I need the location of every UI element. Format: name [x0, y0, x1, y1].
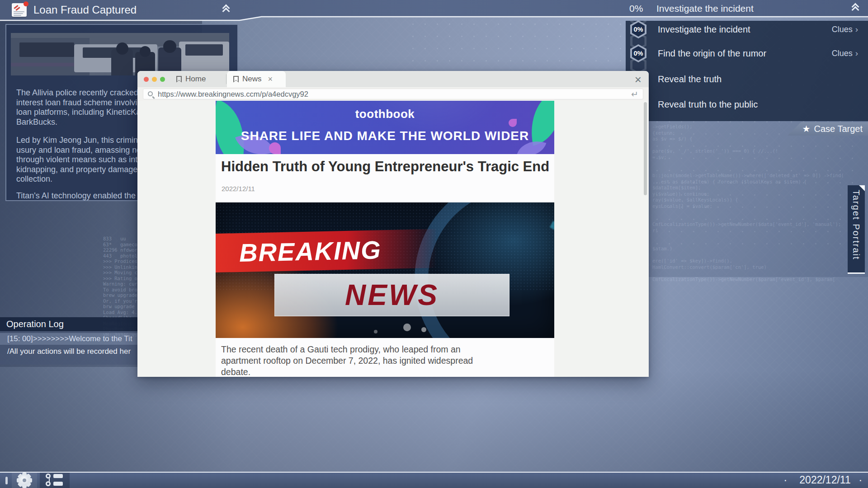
tab-home[interactable]: Home	[170, 71, 226, 87]
browser-window: Home News × × https://www.breakingnews.c…	[137, 71, 649, 377]
browser-content: toothbook SHARE LIFE AND MAKE THE WORLD …	[137, 101, 649, 377]
url-input[interactable]: https://www.breakingnews.ccm/p/a4edcvgy9…	[143, 89, 643, 99]
task-log-icon	[46, 474, 64, 487]
main-task-progress: 0%	[629, 0, 643, 17]
task-item-investigate[interactable]: Investigate the incident	[658, 23, 750, 35]
window-close-traffic-light[interactable]	[144, 77, 149, 82]
news-ticker-title: Loan Fraud Captured	[33, 0, 137, 20]
chevron-right-icon: ›	[855, 24, 858, 34]
chevron-right-icon: ›	[855, 48, 858, 58]
task-progress-badge: 0%	[630, 21, 646, 38]
toothbook-banner: toothbook SHARE LIFE AND MAKE THE WORLD …	[216, 101, 554, 154]
task-item-reveal-truth[interactable]: Reveal the truth	[658, 73, 722, 85]
banner-slogan: SHARE LIFE AND MAKE THE WORLD WIDER	[216, 129, 554, 143]
article-body: The recent death of a Gauti tech prodigy…	[221, 344, 492, 377]
game-desktop: ->getFields(); {return; as $v => $/) { p…	[0, 0, 868, 488]
date-dot-left: ·	[783, 473, 788, 488]
collapse-tasks-chevron-icon[interactable]	[851, 4, 862, 13]
date-dot-right: ·	[859, 473, 863, 488]
dock: <SQL> Hi	[0, 422, 868, 454]
task-log-button[interactable]	[40, 473, 70, 488]
task-item-find-origin[interactable]: Find the origin of the rumor	[658, 47, 766, 59]
browser-tab-bar: Home News × ×	[137, 71, 649, 87]
task-item-reveal-public[interactable]: Reveal truth to the public	[658, 99, 758, 110]
toothbook-logo: toothbook	[216, 107, 554, 121]
task-list-panel: 0% 0% Investigate the incident Clues› Fi…	[626, 21, 868, 121]
taskbar: · 2022/12/11 ·	[0, 472, 868, 488]
breaking-news-image: BREAKING NEWS	[216, 202, 554, 338]
arrest-photo	[11, 33, 229, 75]
task-progress-badge: 0%	[630, 44, 646, 62]
scrollbar-thumb[interactable]	[644, 102, 647, 195]
main-task-title: Investigate the incident	[656, 0, 754, 17]
gear-icon	[17, 473, 32, 488]
tab-divider	[226, 74, 226, 84]
settings-button[interactable]	[12, 473, 37, 488]
article-headline: Hidden Truth of Young Entrepreneur's Tra…	[221, 159, 551, 175]
target-portrait-label: Target Portrait	[851, 190, 861, 260]
window-zoom-traffic-light[interactable]	[160, 77, 165, 82]
article-date: 2022/12/11	[222, 185, 255, 192]
clues-link[interactable]: Clues›	[832, 48, 858, 59]
case-target-button[interactable]: ★ Case Target	[788, 122, 868, 136]
case-target-label: Case Target	[814, 124, 863, 134]
window-close-icon[interactable]: ×	[635, 72, 642, 87]
search-icon	[148, 91, 153, 96]
right-translucent-column	[626, 121, 868, 277]
clues-link[interactable]: Clues›	[832, 24, 858, 35]
collapse-news-chevron-icon[interactable]	[222, 5, 232, 14]
url-bar-row: https://www.breakingnews.ccm/p/a4edcvgy9…	[137, 87, 649, 101]
taskbar-date[interactable]: 2022/12/11	[792, 473, 858, 488]
top-bar-content: Loan Fraud Captured 0% Investigate the i…	[0, 0, 868, 21]
bookmark-icon	[176, 76, 182, 83]
window-minimize-traffic-light[interactable]	[152, 77, 157, 82]
news-word: NEWS	[345, 278, 439, 312]
url-text: https://www.breakingnews.ccm/p/a4edcvgy9…	[158, 89, 308, 99]
breaking-word: BREAKING	[216, 235, 382, 268]
article-column: toothbook SHARE LIFE AND MAKE THE WORLD …	[216, 101, 554, 377]
tab-news-active[interactable]: News ×	[227, 71, 286, 87]
news-ticker-icon	[12, 3, 27, 17]
target-portrait-tab[interactable]: Target Portrait	[848, 185, 865, 274]
taskbar-pill-icon	[5, 477, 8, 484]
enter-arrow-icon[interactable]: ↵	[631, 89, 638, 99]
star-icon: ★	[802, 124, 811, 133]
tab-close-icon[interactable]: ×	[268, 75, 273, 84]
bookmark-icon	[233, 76, 239, 83]
